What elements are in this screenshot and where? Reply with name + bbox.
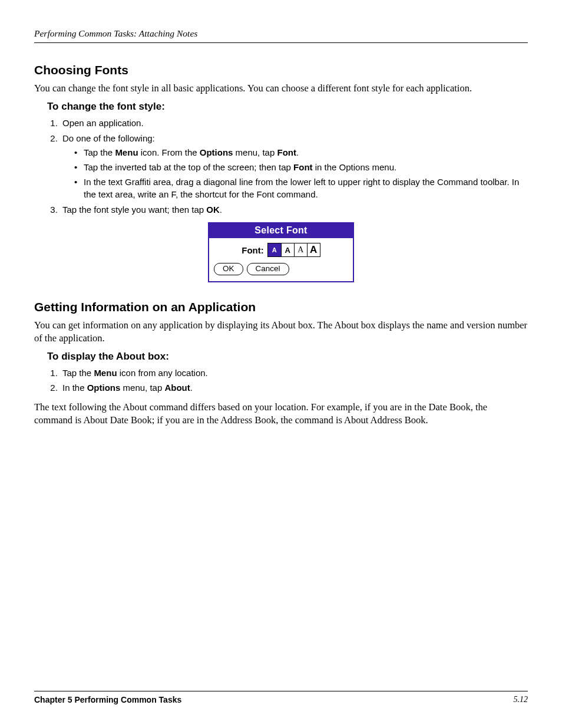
dialog-select-font: Select Font Font: A A A A OK Cancel	[208, 222, 354, 282]
text: .	[220, 205, 222, 215]
paragraph: You can change the font style in all bas…	[34, 82, 528, 95]
font-label: Font:	[242, 245, 263, 255]
figure-select-font: Select Font Font: A A A A OK Cancel	[34, 222, 528, 282]
font-option-2[interactable]: A	[281, 243, 294, 256]
text: menu, tap	[233, 147, 277, 157]
text-bold: Options	[87, 383, 121, 393]
text: .	[190, 383, 193, 393]
text-bold: Font	[277, 147, 296, 157]
font-options: A A A A	[267, 243, 320, 257]
footer-page-number: 5.12	[514, 695, 528, 704]
text: Tap the	[62, 368, 94, 378]
list-item: Tap the font style you want; then tap OK…	[60, 203, 528, 216]
text: Tap the	[84, 147, 115, 157]
list-item: Tap the Menu icon. From the Options menu…	[73, 146, 528, 159]
text-bold: OK	[206, 205, 220, 215]
ordered-list: Tap the Menu icon from any location. In …	[47, 366, 528, 395]
text: In the	[62, 383, 87, 393]
procedure-heading: To change the font style:	[47, 101, 528, 113]
text: menu, tap	[120, 383, 164, 393]
font-option-3[interactable]: A	[294, 243, 307, 256]
text-bold: About	[164, 383, 190, 393]
text: Tap the inverted tab at the top of the s…	[84, 162, 293, 172]
dialog-title: Select Font	[209, 223, 353, 238]
text: icon from any location.	[117, 368, 208, 378]
font-option-4[interactable]: A	[307, 243, 320, 256]
text-bold: Options	[200, 147, 233, 157]
ordered-list: Open an application. Do one of the follo…	[47, 116, 528, 216]
list-item: In the Options menu, tap About.	[60, 381, 528, 394]
list-item: Tap the Menu icon from any location.	[60, 366, 528, 380]
paragraph: The text following the About command dif…	[34, 401, 528, 427]
text-bold: Font	[293, 162, 312, 172]
heading-choosing-fonts: Choosing Fonts	[34, 63, 528, 77]
list-item: Tap the inverted tab at the top of the s…	[73, 161, 528, 173]
list-item: Open an application.	[60, 116, 528, 130]
text: in the Options menu.	[313, 162, 397, 172]
procedure-heading: To display the About box:	[47, 351, 528, 363]
heading-getting-info: Getting Information on an Application	[34, 300, 528, 314]
footer-chapter: Chapter 5 Performing Common Tasks	[34, 695, 181, 704]
ok-button[interactable]: OK	[214, 263, 243, 275]
running-header: Performing Common Tasks: Attaching Notes	[34, 28, 528, 43]
text: Tap the font style you want; then tap	[62, 205, 206, 215]
page-footer: Chapter 5 Performing Common Tasks 5.12	[34, 691, 528, 704]
text: icon. From the	[138, 147, 200, 157]
text-bold: Menu	[115, 147, 138, 157]
cancel-button[interactable]: Cancel	[247, 263, 289, 275]
text-bold: Menu	[94, 368, 117, 378]
font-option-1[interactable]: A	[268, 243, 281, 256]
list-text: Do one of the following:	[62, 133, 155, 143]
list-item: Do one of the following: Tap the Menu ic…	[60, 131, 528, 200]
bullet-list: Tap the Menu icon. From the Options menu…	[73, 146, 528, 200]
paragraph: You can get information on any applicati…	[34, 319, 528, 345]
text: .	[296, 147, 299, 157]
list-item: In the text Graffiti area, drag a diagon…	[73, 176, 528, 200]
